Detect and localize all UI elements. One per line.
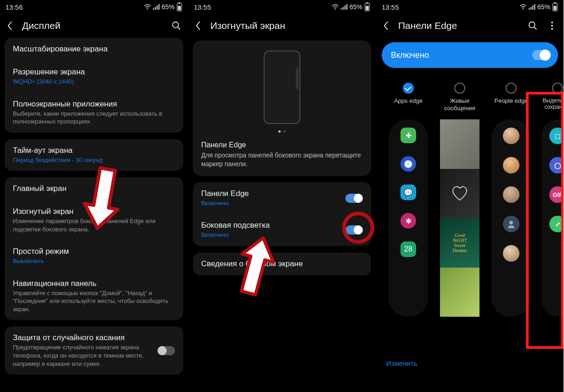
label: Полноэкранные приложения — [13, 100, 175, 109]
messages-icon: 💬 — [400, 185, 416, 200]
toggle-edge-lighting[interactable] — [345, 225, 363, 235]
search-icon[interactable] — [528, 21, 538, 31]
battery-icon — [176, 2, 182, 11]
avatar — [503, 157, 519, 174]
label: Главный экран — [13, 184, 175, 193]
label: Масштабирование экрана — [13, 45, 175, 54]
signal-icon — [153, 4, 160, 10]
edit-link[interactable]: Изменить — [386, 359, 417, 367]
svg-rect-2 — [155, 7, 156, 10]
checkbox-live[interactable] — [454, 83, 465, 94]
back-icon[interactable] — [383, 20, 389, 31]
panels-scroll[interactable]: Apps edge ✚ 🕘 💬 ✱ 28 Живые сообщения Goo… — [376, 83, 564, 353]
item-nav-bar[interactable]: Навигационная панель Управляйте с помощь… — [5, 272, 183, 320]
item-simple-mode[interactable]: Простой режим Выключить — [5, 240, 183, 272]
checkbox-people[interactable] — [506, 83, 517, 94]
back-icon[interactable] — [195, 20, 201, 31]
battery-icon — [552, 2, 558, 11]
svg-rect-6 — [178, 2, 180, 3]
label: Изогнутый экран — [13, 207, 175, 216]
checkbox-select[interactable] — [552, 83, 563, 94]
battery-pct: 65% — [537, 3, 550, 11]
wifi-icon — [332, 4, 339, 10]
label: Тайм-аут экрана — [13, 146, 175, 155]
svg-rect-20 — [530, 7, 531, 10]
item-accidental-touch[interactable]: Защита от случайного касания Предотвраще… — [5, 326, 183, 375]
signal-icon — [341, 4, 348, 10]
svg-rect-21 — [532, 6, 533, 10]
svg-rect-11 — [341, 8, 342, 10]
item-edge-lighting[interactable]: Боковая подсветка Включено — [193, 214, 371, 246]
item-edge-panels[interactable]: Панели Edge Включено — [193, 182, 371, 214]
sublabel: WQHD+ (3040 x 1440) — [13, 78, 175, 86]
page-title: Дисплей — [22, 20, 162, 31]
item-edge-screen[interactable]: Изогнутый экран Изменение параметров бок… — [5, 200, 183, 240]
status-bar: 13:56 65% — [0, 0, 188, 14]
sublabel: Включено — [201, 199, 339, 207]
panel-label: People edge — [494, 97, 528, 113]
wifi-icon — [144, 4, 151, 10]
app-icon: ✚ — [400, 128, 416, 143]
panel-select-save: Выделить и сохранить ⬚ ◯ GIF ⤢ — [541, 83, 564, 353]
back-icon[interactable] — [6, 20, 13, 31]
signal-icon — [529, 4, 536, 10]
checkbox-apps-edge[interactable] — [403, 83, 414, 94]
preview-desc: Для просмотра панелей бокового экрана пе… — [201, 151, 363, 168]
label: Боковая подсветка — [201, 221, 339, 230]
enabled-pill[interactable]: Включено — [382, 42, 558, 68]
battery-icon — [364, 2, 370, 11]
panel-preview-live[interactable]: GoodNiGHTSweetDreams — [440, 119, 479, 317]
phone-screen-display: 13:56 65% Дисплей Масштабирование экрана… — [0, 0, 188, 392]
battery-pct: 65% — [350, 3, 362, 11]
item-resolution[interactable]: Разрешение экрана WQHD+ (3040 x 1440) — [5, 61, 183, 93]
toggle-edge-panels[interactable] — [345, 194, 363, 203]
item-screen-scaling[interactable]: Масштабирование экрана — [5, 38, 183, 61]
svg-point-26 — [529, 22, 535, 28]
image-thumb: GoodNiGHTSweetDreams — [440, 218, 479, 268]
svg-rect-13 — [344, 6, 345, 10]
svg-point-10 — [335, 9, 336, 10]
phone-screen-panels: 13:55 65% Панели Edge Включено Apps edge… — [376, 0, 564, 392]
sublabel: Включено — [201, 231, 339, 239]
svg-rect-12 — [343, 7, 344, 10]
status-bar: 13:55 65% — [376, 0, 564, 14]
avatar — [503, 186, 519, 203]
label: Разрешение экрана — [13, 67, 175, 77]
svg-rect-7 — [178, 6, 181, 10]
image-thumb — [440, 169, 479, 218]
toggle-accidental[interactable] — [158, 346, 175, 355]
more-icon[interactable] — [547, 21, 557, 31]
image-thumb — [440, 268, 479, 317]
svg-rect-17 — [366, 6, 369, 10]
sublabel: Выключить — [13, 257, 175, 265]
item-fullscreen-apps[interactable]: Полноэкранные приложения Выберите, какие… — [5, 93, 183, 133]
panel-preview-people[interactable] — [491, 119, 531, 317]
panel-preview-apps[interactable]: ✚ 🕘 💬 ✱ 28 — [389, 119, 428, 317]
label: Простой режим — [13, 247, 175, 256]
svg-rect-24 — [554, 2, 556, 3]
svg-rect-19 — [529, 8, 530, 10]
battery-pct: 65% — [162, 3, 175, 11]
svg-rect-4 — [158, 4, 159, 10]
svg-rect-25 — [553, 6, 557, 10]
panel-preview-tools[interactable]: ⬚ ◯ GIF ⤢ — [541, 119, 564, 317]
panel-label: Apps edge — [394, 97, 423, 113]
search-icon[interactable] — [171, 21, 181, 31]
wifi-icon — [519, 4, 527, 10]
svg-point-8 — [173, 22, 179, 28]
item-about-edge[interactable]: Сведения о боковом экране — [193, 252, 371, 275]
gallery-icon: ✱ — [400, 213, 416, 229]
panel-label: Живые сообщения — [439, 97, 481, 113]
toggle-enabled[interactable] — [532, 50, 551, 60]
edge-preview-card: Панели Edge Для просмотра панелей боково… — [193, 40, 371, 176]
panel-live-messages: Живые сообщения GoodNiGHTSweetDreams — [439, 83, 481, 353]
svg-point-28 — [509, 221, 513, 224]
svg-rect-16 — [366, 2, 368, 3]
item-home-screen[interactable]: Главный экран — [5, 177, 183, 200]
clock-icon: 🕘 — [400, 156, 416, 172]
label: Навигационная панель — [13, 279, 175, 288]
avatar — [503, 128, 519, 144]
sublabel: Период бездействия - 30 секунд — [13, 156, 175, 164]
item-timeout[interactable]: Тайм-аут экрана Период бездействия - 30 … — [5, 139, 183, 171]
svg-point-0 — [147, 9, 148, 10]
